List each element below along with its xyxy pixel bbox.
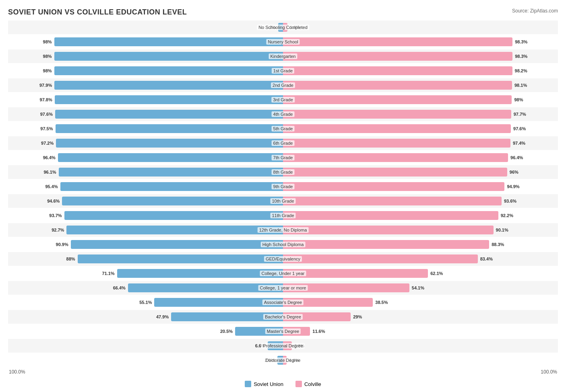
- val-right: 83.4%: [480, 257, 493, 261]
- bar-row: 96.4% 7th Grade 96.4%: [8, 151, 558, 164]
- bar-right: [283, 341, 516, 350]
- bar-left: [50, 66, 283, 75]
- bar-right: [283, 124, 516, 133]
- bar-right: [283, 37, 516, 46]
- bar-left: [50, 52, 283, 61]
- bar-left-fill: [54, 37, 283, 46]
- bar-left-fill: [59, 168, 283, 177]
- bar-left: [50, 95, 283, 104]
- bar-right: [283, 226, 516, 234]
- bar-left-fill: [55, 95, 283, 104]
- val-right: 38.5%: [375, 300, 388, 305]
- bar-left-fill: [58, 153, 283, 162]
- bar-right-fill: [283, 110, 511, 119]
- axis-left-label: 100.0%: [9, 369, 25, 375]
- bar-right: [283, 153, 516, 162]
- bar-right-fill: [283, 95, 512, 104]
- val-left: 96.1%: [43, 170, 56, 174]
- row-label: Associate's Degree: [262, 300, 304, 305]
- row-label: No Schooling Completed: [257, 25, 309, 30]
- val-right: 96%: [510, 170, 518, 174]
- bar-left: [50, 298, 283, 307]
- val-right: 97.6%: [513, 126, 526, 131]
- bar-left: [50, 23, 283, 32]
- row-label: College, 1 year or more: [258, 285, 308, 291]
- bar-left-fill: [62, 197, 283, 205]
- bar-row: 88% GED/Equivalency 83.4%: [8, 252, 558, 266]
- bar-right-fill: [283, 254, 478, 263]
- bar-right-fill: [283, 139, 510, 148]
- val-right: 29%: [353, 314, 362, 319]
- val-right: 97.7%: [514, 112, 526, 117]
- legend-left: Soviet Union: [245, 381, 283, 387]
- val-left: 66.4%: [113, 285, 126, 290]
- val-left: 55.1%: [139, 300, 152, 305]
- bar-left-fill: [117, 269, 283, 278]
- row-label: 11th Grade: [270, 213, 295, 218]
- val-right: 94.9%: [507, 184, 519, 189]
- bar-right: [283, 356, 516, 365]
- row-label: College, Under 1 year: [260, 271, 306, 276]
- bar-left: [50, 226, 283, 234]
- row-label: Bachelor's Degree: [263, 314, 303, 320]
- bar-row: 66.4% College, 1 year or more 54.1%: [8, 281, 558, 295]
- row-label: Doctorate Degree: [264, 357, 302, 363]
- bar-row: 95.4% 9th Grade 94.9%: [8, 180, 558, 193]
- bar-right: [283, 139, 516, 148]
- bar-right-fill: [283, 211, 498, 220]
- bar-right-fill: [283, 81, 512, 90]
- val-left: 47.9%: [156, 314, 169, 319]
- bar-right: [283, 95, 516, 104]
- legend-right: Colville: [295, 381, 321, 387]
- bar-left: [50, 356, 283, 365]
- val-left: 97.6%: [40, 112, 53, 117]
- legend-right-box: [295, 381, 302, 387]
- bar-right: [283, 168, 516, 177]
- bar-left: [50, 269, 283, 278]
- bar-row: 97.5% 5th Grade 97.6%: [8, 122, 558, 135]
- bar-right-fill: [283, 153, 508, 162]
- row-label: 7th Grade: [272, 155, 295, 160]
- chart-area: 2% No Schooling Completed 1.9% 98% Nurse…: [8, 21, 558, 367]
- bar-row: 47.9% Bachelor's Degree 29%: [8, 310, 558, 324]
- bar-left: [50, 139, 283, 148]
- bar-row: 98% 1st Grade 98.2%: [8, 64, 558, 78]
- bar-left: [50, 341, 283, 350]
- row-label: 8th Grade: [272, 169, 295, 175]
- bar-right: [283, 211, 516, 220]
- bar-right-fill: [283, 37, 512, 46]
- bar-left-fill: [56, 139, 283, 148]
- row-label: 10th Grade: [270, 198, 295, 204]
- bar-row: 97.6% 4th Grade 97.7%: [8, 107, 558, 121]
- bar-left: [50, 283, 283, 292]
- val-right: 93.6%: [504, 199, 516, 203]
- bar-left: [50, 327, 283, 336]
- val-right: 88.3%: [492, 242, 504, 247]
- val-left: 97.5%: [40, 126, 53, 131]
- val-right: 96.4%: [510, 155, 523, 160]
- bar-row: 97.2% 6th Grade 97.4%: [8, 136, 558, 150]
- bar-left-fill: [54, 52, 283, 61]
- bar-left: [50, 168, 283, 177]
- val-right: 11.6%: [312, 329, 325, 334]
- legend-left-label: Soviet Union: [254, 381, 283, 387]
- row-label: 6th Grade: [272, 140, 295, 146]
- bar-left-fill: [55, 110, 283, 119]
- bar-row: 93.7% 11th Grade 92.2%: [8, 209, 558, 222]
- row-label: 3rd Grade: [271, 97, 295, 103]
- chart-title: SOVIET UNION VS COLVILLE EDUCATION LEVEL: [8, 8, 558, 16]
- bar-left-fill: [71, 240, 283, 249]
- val-right: 90.1%: [496, 228, 508, 232]
- bar-right: [283, 81, 516, 90]
- bar-row: 98% Nursery School 98.3%: [8, 35, 558, 49]
- row-label: Professional Degree: [261, 343, 305, 349]
- bar-row: 55.1% Associate's Degree 38.5%: [8, 296, 558, 309]
- val-left: 88%: [66, 257, 75, 261]
- val-right: 97.4%: [513, 141, 525, 146]
- bar-row: 90.9% High School Diploma 88.3%: [8, 238, 558, 251]
- val-left: 92.7%: [52, 228, 64, 232]
- val-right: 98.2%: [515, 68, 527, 73]
- val-right: 62.1%: [430, 271, 443, 276]
- row-label: GED/Equivalency: [264, 256, 302, 262]
- bar-right-fill: [283, 240, 489, 249]
